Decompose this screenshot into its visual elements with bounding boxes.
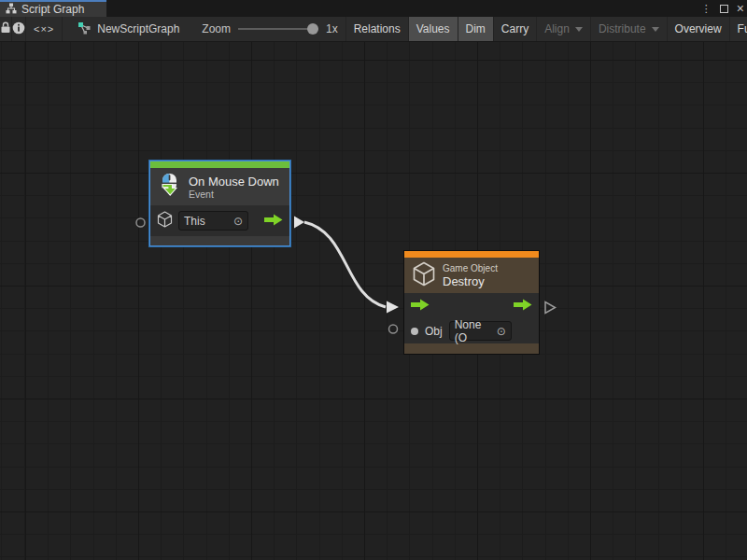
- graph-canvas[interactable]: On Mouse Down Event This ⊙: [0, 42, 747, 560]
- overview-button[interactable]: Overview: [668, 17, 730, 41]
- values-button[interactable]: Values: [409, 17, 458, 41]
- node-destroy[interactable]: Game Object Destroy Ob: [403, 250, 540, 355]
- distribute-button[interactable]: Distribute: [591, 17, 668, 41]
- node-header[interactable]: Game Object Destroy: [404, 258, 539, 293]
- flow-output-port-omd[interactable]: [294, 217, 304, 229]
- value-port-destroy-obj[interactable]: [389, 325, 398, 333]
- graph-name-group[interactable]: NewScriptGraph: [63, 17, 189, 41]
- zoom-value: 1x: [326, 22, 338, 35]
- info-button[interactable]: [12, 17, 26, 41]
- node-accent-strip: [150, 161, 289, 168]
- relations-button[interactable]: Relations: [346, 17, 409, 41]
- object-picker-icon[interactable]: ⊙: [497, 325, 506, 338]
- flow-wire[interactable]: [304, 222, 386, 307]
- node-footer: [404, 343, 539, 354]
- script-graph-icon: [78, 21, 92, 37]
- code-view-button[interactable]: <×>: [26, 17, 63, 41]
- mouse-down-icon: [158, 173, 182, 201]
- value-port-dot[interactable]: [411, 328, 418, 335]
- distribute-label: Distribute: [599, 22, 646, 35]
- align-label: Align: [544, 22, 570, 35]
- dim-button[interactable]: Dim: [458, 17, 494, 41]
- graph-tree-icon: [6, 1, 17, 18]
- gameobject-cube-icon: [412, 261, 436, 290]
- object-picker-icon[interactable]: ⊙: [233, 215, 243, 228]
- node-footer: [150, 236, 289, 245]
- obj-value: None (O: [455, 318, 493, 344]
- target-value: This: [184, 215, 205, 228]
- flow-arrow-icon[interactable]: [411, 298, 430, 315]
- connection-overlay: [0, 42, 747, 560]
- align-button[interactable]: Align: [537, 17, 591, 41]
- tab-script-graph[interactable]: Script Graph: [0, 0, 106, 17]
- obj-label: Obj: [425, 325, 443, 338]
- maximize-icon[interactable]: [720, 5, 728, 13]
- info-icon: [12, 21, 25, 37]
- flow-output-port-destroy[interactable]: [545, 302, 556, 314]
- node-on-mouse-down[interactable]: On Mouse Down Event This ⊙: [149, 161, 290, 246]
- graph-toolbar: <×> NewScriptGraph Zoom 1x Relations Val…: [0, 17, 747, 42]
- chevron-down-icon: [652, 27, 659, 32]
- node-accent-strip: [404, 251, 539, 258]
- flow-input-port-destroy[interactable]: [387, 301, 399, 314]
- close-icon[interactable]: ×: [737, 0, 744, 17]
- target-port-row: This ⊙: [150, 205, 289, 236]
- flow-port-row: [404, 293, 539, 318]
- zoom-slider-handle[interactable]: [307, 23, 318, 35]
- flow-arrow-icon[interactable]: [264, 213, 283, 230]
- zoom-label: Zoom: [202, 22, 231, 35]
- node-title: Destroy: [443, 274, 498, 288]
- carry-button[interactable]: Carry: [494, 17, 537, 41]
- flow-arrow-icon[interactable]: [514, 298, 532, 315]
- target-input-field[interactable]: This ⊙: [178, 211, 248, 231]
- window-menu-icon[interactable]: ⋮: [701, 0, 712, 17]
- lock-icon: [0, 21, 11, 36]
- node-title: On Mouse Down: [189, 175, 279, 189]
- fullscreen-button[interactable]: Full Screen: [730, 17, 747, 41]
- zoom-slider[interactable]: [238, 22, 318, 35]
- chevron-down-icon: [575, 27, 583, 32]
- node-header[interactable]: On Mouse Down Event: [150, 168, 289, 205]
- node-category: Game Object: [443, 263, 498, 274]
- lock-button[interactable]: [0, 17, 12, 41]
- graph-name-label: NewScriptGraph: [97, 22, 179, 35]
- node-subtitle: Event: [189, 189, 279, 200]
- obj-input-field[interactable]: None (O ⊙: [449, 321, 512, 341]
- window-tab-bar: Script Graph ⋮ ×: [0, 0, 747, 17]
- window-controls: ⋮ ×: [701, 0, 744, 17]
- value-port-omd-target[interactable]: [136, 218, 145, 227]
- gameobject-cube-icon: [157, 211, 173, 231]
- obj-port-row: Obj None (O ⊙: [404, 318, 539, 343]
- zoom-control: Zoom 1x: [189, 17, 345, 41]
- tab-title: Script Graph: [21, 3, 84, 16]
